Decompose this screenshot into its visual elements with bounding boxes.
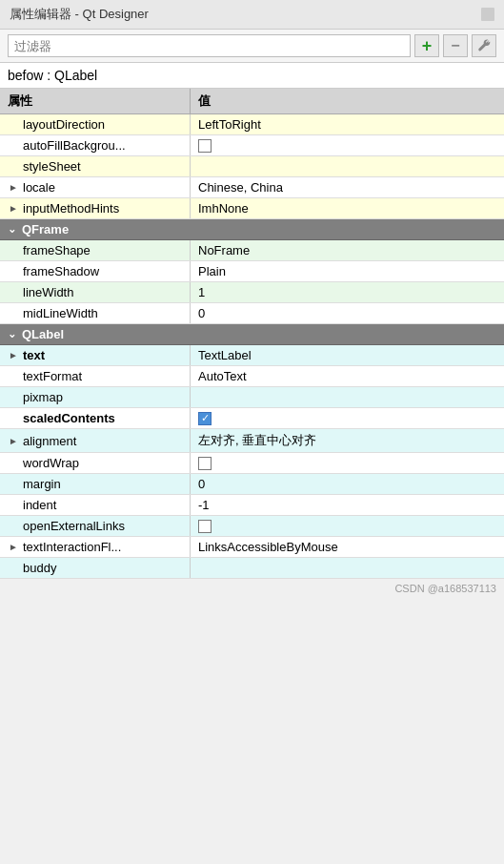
table-row: openExternalLinks xyxy=(0,516,504,537)
table-row: indent -1 xyxy=(0,495,504,516)
table-row: styleSheet xyxy=(0,156,504,177)
object-name-bar: befow : QLabel xyxy=(0,63,504,89)
property-name: margin xyxy=(23,477,61,491)
property-value: NoFrame xyxy=(198,243,250,257)
property-name: frameShape xyxy=(23,243,91,257)
property-value: 0 xyxy=(198,477,205,491)
property-value: -1 xyxy=(198,498,210,512)
expand-icon[interactable]: ► xyxy=(8,436,19,446)
property-name: pixmap xyxy=(23,390,63,404)
header-property-col: 属性 xyxy=(0,89,191,113)
property-name: lineWidth xyxy=(23,285,73,299)
remove-filter-button[interactable]: − xyxy=(443,34,468,57)
table-row: lineWidth 1 xyxy=(0,282,504,303)
property-name: wordWrap xyxy=(23,456,79,470)
title-text: 属性编辑器 - Qt Designer xyxy=(10,6,149,23)
header-value-col: 值 xyxy=(191,89,504,113)
table-row: margin 0 xyxy=(0,474,504,495)
property-name: frameShadow xyxy=(23,264,99,278)
section-label: QLabel xyxy=(22,327,64,341)
property-checkbox[interactable] xyxy=(198,139,212,153)
table-row: ►inputMethodHints ImhNone xyxy=(0,198,504,219)
table-row: ►locale Chinese, China xyxy=(0,177,504,198)
table-row: frameShadow Plain xyxy=(0,261,504,282)
property-name: openExternalLinks xyxy=(23,519,125,533)
property-name: styleSheet xyxy=(23,159,81,174)
wrench-icon xyxy=(476,38,492,53)
table-row: layoutDirection LeftToRight xyxy=(0,114,504,135)
table-row: ►textInteractionFl... LinksAccessibleByM… xyxy=(0,537,504,558)
section-row-qframe[interactable]: ⌄ QFrame xyxy=(0,219,504,240)
table-row: ►alignment 左对齐, 垂直中心对齐 xyxy=(0,429,504,453)
table-row: pixmap xyxy=(0,387,504,408)
table-header: 属性 值 xyxy=(0,89,504,114)
property-name: autoFillBackgrou... xyxy=(23,138,126,153)
table-row: textFormat AutoText xyxy=(0,366,504,387)
property-name: textInteractionFl... xyxy=(23,540,121,554)
table-row: buddy xyxy=(0,558,504,579)
property-value: LeftToRight xyxy=(198,117,261,132)
section-label: QFrame xyxy=(22,222,69,237)
table-row: scaledContents ✓ xyxy=(0,408,504,429)
property-name: textFormat xyxy=(23,369,82,383)
table-row: ►text TextLabel xyxy=(0,345,504,366)
properties-table: layoutDirection LeftToRight autoFillBack… xyxy=(0,114,504,579)
property-name: alignment xyxy=(23,434,76,448)
properties-scroll-area[interactable]: layoutDirection LeftToRight autoFillBack… xyxy=(0,114,504,579)
property-value: AutoText xyxy=(198,369,247,383)
property-name: inputMethodHints xyxy=(23,201,119,216)
property-name: midLineWidth xyxy=(23,306,98,320)
property-name: indent xyxy=(23,498,56,512)
watermark: CSDN @a168537113 xyxy=(0,579,504,598)
property-value: TextLabel xyxy=(198,348,252,362)
title-bar: 属性编辑器 - Qt Designer xyxy=(0,0,504,30)
property-value: LinksAccessibleByMouse xyxy=(198,540,338,554)
expand-icon[interactable]: ► xyxy=(8,542,19,552)
property-value: 左对齐, 垂直中心对齐 xyxy=(198,432,316,449)
filter-bar: + − xyxy=(0,30,504,63)
table-row: midLineWidth 0 xyxy=(0,303,504,324)
property-value: Chinese, China xyxy=(198,180,283,195)
add-filter-button[interactable]: + xyxy=(414,34,439,57)
expand-icon[interactable]: ► xyxy=(8,350,19,360)
property-value: Plain xyxy=(198,264,226,278)
table-row: autoFillBackgrou... xyxy=(0,135,504,156)
property-checkbox[interactable] xyxy=(198,520,212,533)
section-collapse-icon: ⌄ xyxy=(8,223,16,236)
section-collapse-icon: ⌄ xyxy=(8,328,16,340)
property-name: buddy xyxy=(23,561,56,575)
table-row: frameShape NoFrame xyxy=(0,240,504,261)
table-row: wordWrap xyxy=(0,453,504,474)
object-name-label: befow : QLabel xyxy=(8,68,97,83)
property-name: scaledContents xyxy=(23,411,115,425)
expand-icon[interactable]: ► xyxy=(8,182,19,193)
property-checkbox[interactable] xyxy=(198,457,212,470)
close-button[interactable] xyxy=(481,8,494,21)
section-row-qlabel[interactable]: ⌄ QLabel xyxy=(0,324,504,345)
property-name: text xyxy=(23,348,45,362)
property-value: 0 xyxy=(198,306,205,320)
filter-input[interactable] xyxy=(8,34,411,57)
property-name: layoutDirection xyxy=(23,117,105,132)
settings-filter-button[interactable] xyxy=(472,34,496,57)
property-checkbox-checked[interactable]: ✓ xyxy=(198,412,212,425)
property-value: ImhNone xyxy=(198,201,249,216)
property-name: locale xyxy=(23,180,55,195)
expand-icon[interactable]: ► xyxy=(8,203,19,214)
property-value: 1 xyxy=(198,285,205,299)
